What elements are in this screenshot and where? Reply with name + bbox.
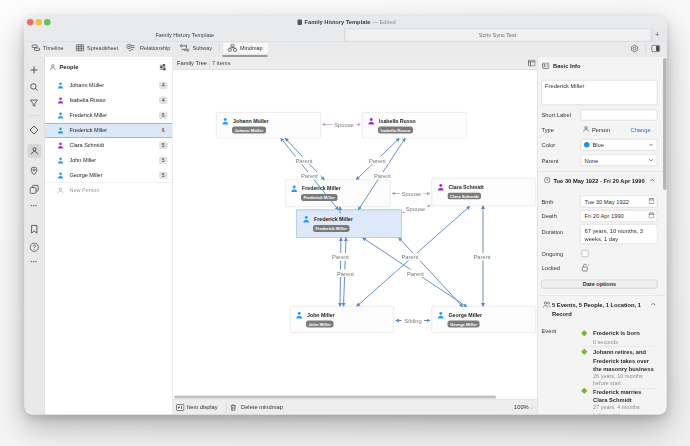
svg-text:Spouse: Spouse [334,122,354,128]
svg-text:Sibling: Sibling [404,318,421,324]
svg-text:Parent: Parent [337,271,354,277]
svg-text:Parent: Parent [402,254,419,260]
svg-text:Parent: Parent [374,173,391,179]
svg-text:Parent: Parent [332,254,349,260]
svg-text:Parent: Parent [474,254,491,260]
svg-text:Spouse: Spouse [406,206,426,212]
svg-text:Spouse: Spouse [402,191,422,197]
svg-text:Parent: Parent [407,271,424,277]
svg-text:Parent: Parent [369,158,386,164]
svg-text:Parent: Parent [301,173,318,179]
svg-text:Parent: Parent [296,158,313,164]
